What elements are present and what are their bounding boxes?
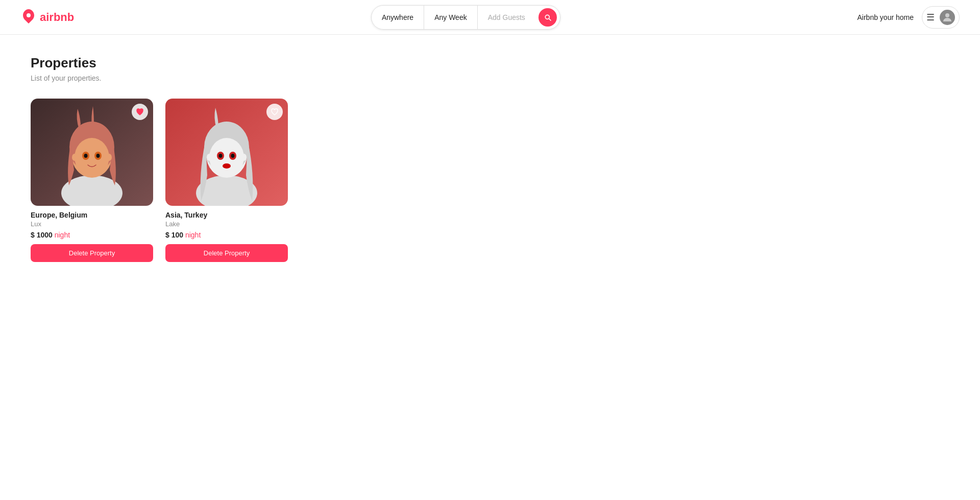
svg-point-0 — [945, 13, 949, 17]
user-menu[interactable]: ☰ — [922, 6, 960, 29]
search-button[interactable] — [538, 8, 557, 27]
svg-point-11 — [107, 154, 112, 161]
price-amount: $ 100 — [165, 231, 183, 239]
nav-right: Airbnb your home ☰ — [857, 6, 960, 29]
svg-point-5 — [75, 138, 109, 177]
property-image-wrapper — [165, 99, 288, 206]
property-card: Europe, Belgium Lux $ 1000 night Delete … — [31, 99, 153, 262]
property-location: Asia, Turkey — [165, 211, 288, 219]
search-add-guests[interactable]: Add Guests — [478, 6, 535, 29]
svg-point-21 — [223, 163, 231, 169]
page-subtitle: List of your properties. — [31, 74, 949, 82]
main-content: Properties List of your properties. — [0, 35, 980, 282]
delete-property-button[interactable]: Delete Property — [165, 244, 288, 262]
favorite-button[interactable] — [266, 104, 283, 120]
property-type: Lux — [31, 220, 153, 228]
svg-point-22 — [207, 154, 212, 161]
airbnb-your-home-link[interactable]: Airbnb your home — [857, 13, 914, 21]
header: airbnb Anywhere Any Week Add Guests Airb… — [0, 0, 980, 35]
svg-point-23 — [241, 154, 247, 161]
property-price: $ 1000 night — [31, 231, 153, 239]
hamburger-icon: ☰ — [926, 12, 935, 23]
properties-grid: Europe, Belgium Lux $ 1000 night Delete … — [31, 99, 949, 262]
price-per-night: night — [185, 231, 201, 239]
svg-point-9 — [96, 154, 100, 158]
search-anywhere[interactable]: Anywhere — [372, 6, 424, 29]
svg-point-16 — [209, 138, 244, 177]
delete-property-button[interactable]: Delete Property — [31, 244, 153, 262]
svg-point-8 — [84, 154, 88, 158]
property-type: Lake — [165, 220, 288, 228]
svg-point-10 — [72, 154, 77, 161]
search-any-week[interactable]: Any Week — [424, 6, 478, 29]
search-bar: Anywhere Any Week Add Guests — [371, 5, 560, 30]
property-location: Europe, Belgium — [31, 211, 153, 219]
price-amount: $ 1000 — [31, 231, 53, 239]
search-icon — [544, 13, 552, 21]
heart-icon — [136, 108, 144, 116]
favorite-button[interactable] — [132, 104, 148, 120]
property-card: Asia, Turkey Lake $ 100 night Delete Pro… — [165, 99, 288, 262]
property-price: $ 100 night — [165, 231, 288, 239]
page-title: Properties — [31, 55, 949, 71]
logo-text: airbnb — [40, 11, 74, 24]
price-per-night: night — [55, 231, 70, 239]
svg-point-19 — [219, 154, 223, 158]
airbnb-logo-icon — [20, 8, 37, 27]
property-image-wrapper — [31, 99, 153, 206]
avatar — [940, 10, 955, 25]
logo[interactable]: airbnb — [20, 8, 74, 27]
svg-point-20 — [231, 154, 235, 158]
heart-icon — [271, 108, 279, 116]
